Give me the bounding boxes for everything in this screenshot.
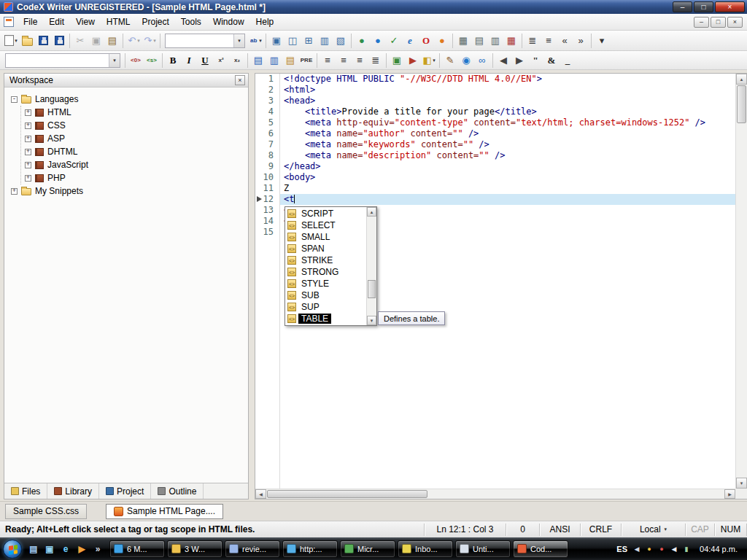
opera-button[interactable]: O [418, 33, 434, 49]
save-all-button[interactable] [51, 33, 67, 49]
code-line[interactable]: Z [279, 183, 735, 194]
vertical-scroll-thumb[interactable] [737, 85, 746, 123]
numbered-list-button[interactable]: ≣ [525, 33, 541, 49]
autocomplete-item-script[interactable]: <>SCRIPT [285, 208, 366, 219]
security-icon[interactable]: ● [657, 543, 667, 555]
taskbar-clock[interactable]: 04:44 p.m. [696, 545, 741, 553]
no-wrap-button[interactable]: ▥ [266, 52, 282, 69]
internet-explorer-button[interactable]: e [402, 33, 418, 49]
align-right-button[interactable]: ≡ [352, 52, 368, 69]
code-line[interactable]: <meta http-equiv="content-type" content=… [279, 117, 735, 128]
scroll-right-icon[interactable]: ▶ [724, 489, 735, 499]
taskbar-button-inbo[interactable]: Inbo... [398, 540, 453, 558]
language-indicator[interactable]: ES [616, 545, 627, 553]
bullet-list-button[interactable]: ≡ [541, 33, 557, 49]
frame-wizard-button[interactable]: ▧ [333, 33, 349, 49]
minimize-button[interactable]: – [673, 1, 692, 12]
outdent-button[interactable]: « [557, 33, 573, 49]
autocomplete-scrollbar[interactable]: ▲ ▼ [366, 207, 376, 325]
expand-toggle[interactable]: + [25, 149, 31, 155]
code-line[interactable]: <body> [279, 172, 735, 183]
menu-tools[interactable]: Tools [175, 15, 207, 29]
tag-select-combo[interactable]: ▾ [5, 53, 120, 68]
wrap-text-button[interactable]: ▤ [250, 52, 266, 69]
hyperlink-button[interactable]: ∞ [474, 52, 490, 69]
menu-edit[interactable]: Edit [43, 15, 70, 29]
align-justify-button[interactable]: ≣ [368, 52, 384, 69]
menu-help[interactable]: Help [250, 15, 280, 29]
code-line[interactable]: <title>Provide a title for your page</ti… [279, 106, 735, 117]
bold-button[interactable]: B [165, 52, 181, 69]
undo-button[interactable]: ↶▾ [125, 33, 142, 49]
code-line[interactable]: <meta name="keywords" content="" /> [279, 139, 735, 150]
insert-image-button[interactable]: ▣ [389, 52, 405, 69]
pre-button[interactable]: PRE [298, 52, 314, 69]
code-tag-start-button[interactable]: <0> [128, 52, 144, 69]
chevron-down-icon[interactable]: ▾ [109, 54, 120, 67]
mdi-close-button[interactable]: × [727, 17, 743, 28]
browser-preview-button[interactable]: ● [354, 33, 370, 49]
tree-item-asp[interactable]: +ASP [21, 132, 248, 145]
mdi-restore-button[interactable]: □ [711, 17, 726, 28]
new-window-button[interactable]: ▣ [268, 33, 285, 49]
insert-media-button[interactable]: ▶ [405, 52, 421, 69]
volume-icon[interactable]: ◀ [669, 543, 679, 555]
pre-wrap-button[interactable]: ▤ [282, 52, 298, 69]
fill-color-button[interactable]: ◧▾ [421, 52, 437, 69]
superscript-button[interactable]: x² [213, 52, 229, 69]
insert-nbsp-button[interactable]: _ [560, 52, 576, 69]
chevron-icon[interactable]: » [90, 541, 105, 557]
menu-window[interactable]: Window [207, 15, 250, 29]
globe-preview-button[interactable]: ● [370, 33, 386, 49]
file-tab-sample-html-page[interactable]: Sample HTML Page.... [106, 504, 223, 519]
expand-toggle[interactable]: - [11, 96, 18, 103]
quick-insert-combo[interactable]: ▾ [165, 34, 245, 48]
internet-explorer-icon[interactable]: e [58, 541, 73, 557]
status-target-select[interactable]: Local ▾ [622, 524, 686, 536]
delete-cells-button[interactable]: ▦ [503, 33, 519, 49]
start-button[interactable] [3, 540, 22, 559]
align-center-button[interactable]: ≡ [336, 52, 352, 69]
autocomplete-item-style[interactable]: <>STYLE [285, 278, 366, 289]
taskbar-button-unti[interactable]: Unti... [455, 540, 511, 558]
menu-project[interactable]: Project [136, 15, 175, 29]
scroll-down-icon[interactable]: ▼ [367, 316, 376, 325]
code-line[interactable]: </head> [279, 161, 735, 172]
autocomplete-item-span[interactable]: <>SPAN [285, 243, 366, 254]
validate-html-button[interactable]: ✓ [386, 33, 402, 49]
insert-table-button[interactable]: ▦ [455, 33, 471, 49]
insert-column-button[interactable]: ▥ [487, 33, 503, 49]
expand-toggle[interactable]: + [25, 175, 31, 182]
previous-tag-button[interactable]: ◀ [495, 52, 511, 69]
frame-grid-button[interactable]: ⊞ [301, 33, 317, 49]
workspace-tab-outline[interactable]: Outline [151, 483, 204, 499]
workspace-tab-project[interactable]: Project [99, 483, 151, 499]
chevron-down-icon[interactable]: ▾ [233, 34, 244, 47]
scroll-left-icon[interactable]: ◀ [255, 489, 266, 499]
insert-quote-button[interactable]: " [527, 52, 543, 69]
open-file-button[interactable] [19, 33, 35, 49]
autocomplete-item-strike[interactable]: <>STRIKE [285, 254, 366, 266]
copy-button[interactable]: ▣ [88, 33, 104, 49]
media-player-icon[interactable]: ▶ [74, 541, 89, 557]
taskbar-button-3-w[interactable]: 3 W... [167, 540, 222, 558]
spell-check-button[interactable]: ab▾ [247, 33, 263, 49]
autocomplete-item-select[interactable]: <>SELECT [285, 219, 366, 231]
update-icon[interactable]: ● [644, 543, 654, 555]
expand-toggle[interactable]: + [25, 162, 31, 168]
menu-view[interactable]: View [70, 15, 101, 29]
scroll-up-icon[interactable]: ▲ [736, 74, 747, 85]
switch-windows-icon[interactable]: ▣ [42, 541, 57, 557]
taskbar-button-cod[interactable]: Cod... [513, 540, 568, 558]
code-line[interactable]: <meta name="author" content="" /> [279, 128, 735, 139]
menu-file[interactable]: File [18, 15, 43, 29]
redo-button[interactable]: ↷▾ [142, 33, 158, 49]
edit-tag-button[interactable]: ✎ [442, 52, 458, 69]
expand-toggle[interactable]: + [25, 109, 31, 116]
tree-item-languages[interactable]: -Languages [11, 93, 248, 106]
underline-button[interactable]: U [197, 52, 213, 69]
mdi-minimize-button[interactable]: – [694, 17, 709, 28]
expand-toggle[interactable]: + [11, 188, 18, 195]
autocomplete-scroll-thumb[interactable] [368, 280, 376, 298]
insert-anchor-button[interactable]: ◉ [458, 52, 474, 69]
